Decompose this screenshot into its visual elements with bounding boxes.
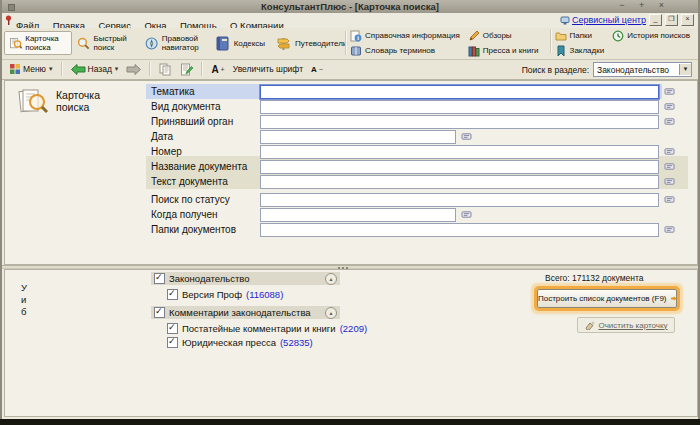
nav-separator (149, 62, 151, 76)
toolbar-term-dictionary-button[interactable]: Словарь терминов (350, 44, 460, 57)
search-card-icon (9, 35, 22, 52)
mdi-restore-button[interactable]: ❐ (665, 14, 678, 26)
bases-panel: У и б Законодательство Версия Проф (1160… (4, 269, 698, 417)
nav-separator (61, 62, 63, 76)
field-dictionary-icon[interactable] (664, 177, 675, 186)
nav-toolbar: Меню Назад (2, 60, 698, 80)
menu-bar: Файл Правка Сервис Окна Помощь О Компани… (2, 13, 698, 29)
checkbox-checked-icon[interactable] (167, 337, 178, 348)
search-section-label: Поиск в разделе: (522, 65, 589, 75)
signpost-icon (275, 35, 292, 52)
edit-document-icon (180, 63, 193, 76)
field-row: Тематика (151, 85, 691, 99)
bases-tree: Законодательство Версия Проф (116088) Ко… (151, 272, 351, 350)
forward-arrow-icon (126, 64, 141, 75)
toolbar-search-history-button[interactable]: История поисков (612, 29, 690, 42)
service-center-link[interactable]: Сервисный центр (560, 15, 646, 25)
toolbar-folders-button[interactable]: Папки (555, 29, 605, 42)
clear-card-button[interactable]: Очистить карточку (577, 317, 675, 333)
status-search-input[interactable] (260, 193, 659, 207)
window-title: КонсультантПлюс - [Карточка поиска] (2, 1, 698, 12)
field-dictionary-icon[interactable] (664, 102, 675, 111)
doc-count: (52835) (280, 337, 313, 348)
number-input[interactable] (260, 145, 659, 159)
book-icon (214, 35, 231, 52)
issuing-authority-input[interactable] (260, 115, 659, 129)
mdi-close-button[interactable]: × (681, 14, 694, 26)
field-row: Название документа (151, 160, 691, 174)
tree-group-legislation[interactable]: Законодательство (151, 272, 340, 285)
toolbar-press-books-button[interactable]: Пресса и книги (468, 44, 539, 57)
compass-icon (145, 35, 158, 52)
tree-item-legal-press[interactable]: Юридическая пресса (52835) (151, 336, 351, 349)
back-arrow-icon (71, 64, 86, 75)
checkbox-checked-icon[interactable] (167, 289, 178, 300)
eraser-icon (584, 320, 595, 330)
history-clock-icon (612, 30, 624, 42)
main-toolbar: Карточка поиска Быстрый поиск Правовой н… (2, 28, 698, 60)
title-bar: КонсультантПлюс - [Карточка поиска] − + … (2, 0, 698, 13)
build-list-button[interactable]: Построить список документов (F9) (537, 289, 677, 308)
field-dictionary-icon[interactable] (461, 210, 472, 219)
field-dictionary-icon[interactable] (664, 117, 675, 126)
field-dictionary-icon[interactable] (664, 195, 675, 204)
chevron-down-icon[interactable]: ▼ (679, 64, 691, 75)
search-card-large-icon (17, 87, 49, 117)
doc-text-input[interactable] (260, 175, 659, 189)
toolbar-codes-button[interactable]: Кодексы (209, 31, 270, 55)
field-dictionary-icon[interactable] (664, 147, 675, 156)
copy-button[interactable] (155, 61, 176, 78)
mdi-minimize-button[interactable]: _ (649, 14, 662, 26)
doc-folders-input[interactable] (260, 223, 659, 237)
toolbar-guides-button[interactable]: Путеводители (270, 31, 342, 55)
checkbox-checked-icon[interactable] (167, 323, 178, 334)
field-dictionary-icon[interactable] (664, 225, 675, 234)
toolbar-reviews-button[interactable]: Обзоры (468, 29, 539, 42)
toolbar-legal-navigator-button[interactable]: Правовой навигатор (140, 31, 208, 55)
toolbar-search-card-button[interactable]: Карточка поиска (4, 31, 72, 55)
back-button[interactable]: Назад (67, 62, 123, 77)
search-section-select[interactable]: Законодательство ▼ (593, 62, 692, 77)
window-controls[interactable]: − + × (619, 0, 670, 10)
field-row: Текст документа (151, 175, 691, 189)
field-row: Дата (151, 130, 691, 144)
forward-button[interactable] (122, 62, 145, 77)
brand-pin-icon (5, 15, 12, 25)
toolbar-bookmarks-button[interactable]: Закладки (555, 44, 605, 57)
toolbar-quick-search-button[interactable]: Быстрый поиск (72, 31, 140, 55)
app-window: КонсультантПлюс - [Карточка поиска] − + … (0, 0, 700, 419)
field-dictionary-icon[interactable] (664, 87, 675, 96)
folder-icon (555, 30, 567, 42)
doc-type-input[interactable] (260, 100, 659, 114)
copy-icon (159, 63, 172, 76)
edit-document-button[interactable] (176, 61, 197, 78)
toolbar-reference-info-button[interactable]: i Справочная информация (350, 29, 460, 42)
info-page-icon: i (350, 30, 362, 42)
books-icon (468, 45, 480, 57)
field-row: Вид документа (151, 100, 691, 114)
checkbox-checked-icon[interactable] (154, 273, 165, 284)
received-date-input[interactable] (260, 208, 456, 222)
pencil-icon (468, 30, 480, 42)
tree-item-article-comments[interactable]: Постатейные комментарии и книги (2209) (151, 322, 351, 335)
collapse-up-icon[interactable] (325, 307, 337, 319)
doc-title-input[interactable] (260, 160, 659, 174)
checkbox-checked-icon[interactable] (154, 307, 165, 318)
collapse-up-icon[interactable] (325, 273, 337, 285)
magnifier-icon (77, 35, 90, 52)
menu-dropdown-button[interactable]: Меню (5, 61, 57, 77)
font-size-label: Увеличить шрифт (229, 62, 307, 76)
toolbar-separator (550, 29, 552, 53)
font-decrease-button[interactable]: A− (307, 63, 327, 76)
field-dictionary-icon[interactable] (664, 162, 675, 171)
date-input[interactable] (260, 130, 456, 144)
font-increase-button[interactable]: A+ (207, 62, 228, 77)
tematika-input[interactable] (260, 85, 659, 99)
field-dictionary-icon[interactable] (461, 132, 472, 141)
field-row: Номер (151, 145, 691, 159)
field-row: Папки документов (151, 223, 691, 237)
menu-grid-icon (9, 63, 21, 75)
service-center-icon (560, 16, 570, 25)
tree-item-version-prof[interactable]: Версия Проф (116088) (151, 288, 351, 301)
tree-group-commentaries[interactable]: Комментарии законодательства (151, 306, 340, 319)
